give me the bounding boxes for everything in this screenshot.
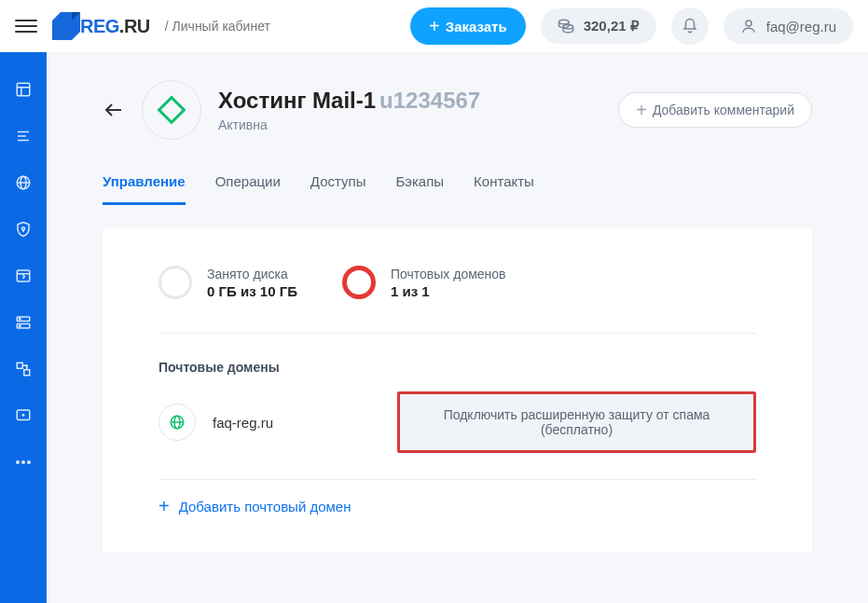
sidebar-item-server[interactable]	[14, 313, 33, 332]
domain-name[interactable]: faq-reg.ru	[213, 415, 380, 431]
sidebar-item-shield[interactable]	[14, 220, 33, 239]
balance-amount: 320,21 ₽	[584, 18, 640, 34]
tab-management[interactable]: Управление	[103, 173, 186, 205]
plus-icon	[429, 17, 440, 35]
add-comment-label: Добавить комментарий	[653, 103, 794, 117]
tab-contacts[interactable]: Контакты	[474, 173, 534, 205]
disk-value: 0 ГБ из 10 ГБ	[207, 283, 297, 299]
user-menu[interactable]: faq@reg.ru	[723, 8, 853, 44]
sidebar-item-window[interactable]	[14, 267, 33, 285]
bell-icon	[682, 18, 698, 34]
service-title: Хостинг Mail-1	[218, 88, 376, 113]
add-comment-button[interactable]: Добавить комментарий	[618, 92, 812, 128]
svg-point-25	[21, 460, 25, 464]
service-status: Активна	[218, 117, 601, 132]
svg-point-18	[20, 319, 21, 321]
coins-icon	[558, 18, 574, 34]
divider	[158, 333, 756, 334]
svg-point-0	[558, 20, 569, 24]
arrow-left-icon	[103, 99, 125, 121]
add-mail-domain-label: Добавить почтовый домен	[179, 499, 351, 514]
domain-icon	[158, 404, 196, 441]
svg-point-26	[27, 460, 31, 464]
sidebar	[0, 52, 47, 603]
plus-icon	[636, 101, 647, 119]
domains-gauge-icon	[342, 266, 376, 299]
sidebar-item-list[interactable]	[14, 127, 33, 145]
back-button[interactable]	[103, 99, 125, 121]
notifications-button[interactable]	[671, 7, 709, 45]
user-email: faq@reg.ru	[766, 19, 836, 34]
svg-point-24	[16, 460, 20, 464]
sidebar-item-globe[interactable]	[14, 173, 33, 192]
svg-rect-3	[17, 83, 30, 96]
order-button[interactable]: Заказать	[410, 7, 526, 45]
user-icon	[740, 18, 757, 34]
sidebar-item-monitor[interactable]	[14, 406, 33, 425]
diamond-icon	[157, 95, 186, 124]
sidebar-item-more[interactable]	[14, 453, 33, 472]
enable-spam-protection-button[interactable]: Подключить расширенную защиту от спама (…	[397, 391, 756, 453]
divider	[158, 479, 756, 480]
mail-domain-row: faq-reg.ru Подключить расширенную защиту…	[158, 391, 756, 453]
plus-icon	[158, 497, 170, 515]
stats-row: Занято диска 0 ГБ из 10 ГБ Почтовых доме…	[158, 266, 756, 299]
top-bar: REG.RU / Личный кабинет Заказать 320,21 …	[0, 0, 868, 52]
sidebar-item-transfer[interactable]	[14, 360, 33, 378]
sidebar-item-dashboard[interactable]	[14, 80, 33, 99]
balance-pill[interactable]: 320,21 ₽	[541, 8, 656, 44]
svg-point-2	[746, 21, 751, 26]
svg-point-12	[22, 227, 25, 230]
service-id: u1234567	[379, 88, 480, 113]
stat-disk: Занято диска 0 ГБ из 10 ГБ	[158, 266, 297, 299]
tabs: Управление Операции Доступы Бэкапы Конта…	[103, 173, 812, 206]
logo[interactable]: REG.RU	[52, 12, 150, 40]
svg-rect-20	[17, 363, 22, 368]
management-panel: Занято диска 0 ГБ из 10 ГБ Почтовых доме…	[103, 228, 812, 553]
stat-domains: Почтовых доменов 1 из 1	[342, 266, 506, 299]
add-mail-domain-button[interactable]: Добавить почтовый домен	[158, 497, 756, 515]
disk-gauge-icon	[158, 266, 192, 299]
menu-toggle-icon[interactable]	[15, 15, 37, 37]
tab-access[interactable]: Доступы	[310, 173, 366, 205]
domains-label: Почтовых доменов	[391, 267, 506, 281]
mail-domains-title: Почтовые домены	[158, 360, 756, 375]
breadcrumb[interactable]: / Личный кабинет	[165, 19, 270, 34]
domains-value: 1 из 1	[391, 283, 506, 299]
svg-rect-21	[24, 370, 30, 376]
disk-label: Занято диска	[207, 267, 297, 281]
globe-icon	[169, 414, 186, 431]
service-header: Хостинг Mail-1u1234567 Активна Добавить …	[103, 80, 812, 140]
svg-point-19	[20, 325, 21, 327]
tab-operations[interactable]: Операции	[215, 173, 281, 205]
svg-point-23	[22, 415, 24, 417]
order-button-label: Заказать	[446, 19, 507, 34]
content-area: Хостинг Mail-1u1234567 Активна Добавить …	[47, 52, 868, 603]
service-icon	[142, 80, 201, 140]
tab-backups[interactable]: Бэкапы	[395, 173, 444, 205]
